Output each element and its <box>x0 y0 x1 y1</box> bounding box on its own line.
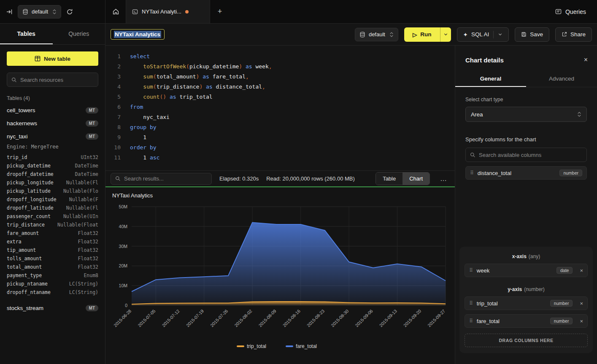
save-icon <box>521 32 527 37</box>
column-type: Nullable(Float <box>57 221 98 228</box>
column-row[interactable]: tip_amountFloat32 <box>0 246 105 254</box>
column-row[interactable]: extraFloat32 <box>0 237 105 246</box>
y-axis-chip-fare-total[interactable]: ⠿ fare_total number × <box>465 314 588 328</box>
column-row[interactable]: tolls_amountFloat32 <box>0 254 105 263</box>
sidebar-tab-queries[interactable]: Queries <box>53 24 105 44</box>
table-row-cell-towers[interactable]: cell_towers MT <box>0 104 105 117</box>
tab-strip: NYTaxi Analyti... + <box>105 0 555 23</box>
tab-advanced[interactable]: Advanced <box>526 71 597 87</box>
column-row[interactable]: dropoff_datetimeDateTime <box>0 170 105 178</box>
columns-search-input[interactable] <box>479 152 582 158</box>
table-row-hackernews[interactable]: hackernews MT <box>0 117 105 130</box>
view-chart-button[interactable]: Chart <box>403 173 430 185</box>
run-options-button[interactable] <box>440 27 451 42</box>
database-selector[interactable]: default <box>18 5 61 19</box>
collapse-sidebar-icon[interactable] <box>6 8 13 15</box>
results-search-input[interactable] <box>124 175 207 182</box>
column-row[interactable]: total_amountFloat32 <box>0 263 105 271</box>
query-header: NYTaxi Analytics default ▷ Run <box>105 24 597 46</box>
column-row[interactable]: pickup_ntanameLC(String) <box>0 280 105 288</box>
run-button[interactable]: ▷ Run <box>404 27 440 42</box>
column-row[interactable]: trip_distanceNullable(Float <box>0 221 105 229</box>
column-type: Float32 <box>78 230 98 237</box>
search-icon <box>115 176 121 181</box>
column-type: LC(String) <box>69 289 98 296</box>
column-row[interactable]: pickup_datetimeDateTime <box>0 162 105 170</box>
database-selector-header[interactable]: default <box>355 28 398 41</box>
code-line: 9 1 <box>105 132 455 143</box>
chart-title: NYTaxi Analytics <box>112 192 455 201</box>
tab-general[interactable]: General <box>455 71 526 87</box>
sidebar-tab-tables[interactable]: Tables <box>0 24 53 44</box>
svg-text:trip_total: trip_total <box>247 343 266 349</box>
panel-title: Chart details <box>455 46 597 71</box>
y-axis-chip-trip-total[interactable]: ⠿ trip_total number × <box>465 297 588 310</box>
column-row[interactable]: passenger_countNullable(UIn <box>0 212 105 221</box>
queries-button[interactable]: Queries <box>555 8 586 15</box>
column-row[interactable]: dropoff_latitudeNullable(Fl <box>0 204 105 212</box>
divider <box>493 31 494 38</box>
code-line: 7 nyc_taxi <box>105 112 455 122</box>
search-icon <box>11 77 17 83</box>
sql-editor[interactable]: 1select2 toStartOfWeek(pickup_datetime) … <box>105 46 455 170</box>
x-axis-chip-week[interactable]: ⠿ week date × <box>465 264 588 277</box>
code-line: 5 count() as trip_total <box>105 92 455 102</box>
topbar-right: Queries <box>555 0 597 23</box>
table-list: cell_towers MT hackernews MT nyc_taxi MT… <box>0 104 105 364</box>
column-name: dropoff_datetime <box>7 171 54 178</box>
code-line: 6from <box>105 102 455 112</box>
column-row[interactable]: dropoff_longitudeNullable(F <box>0 195 105 204</box>
tab-nytaxi-analytics[interactable]: NYTaxi Analyti... <box>126 0 210 23</box>
column-type: Float32 <box>78 264 98 270</box>
chevron-down-icon <box>498 32 502 37</box>
column-name: total_amount <box>7 264 42 270</box>
column-name: passenger_count <box>7 213 51 220</box>
close-icon[interactable]: × <box>584 57 588 63</box>
column-row[interactable]: pickup_latitudeNullable(Flo <box>0 187 105 195</box>
share-button[interactable]: Share <box>555 27 592 42</box>
chart-type-select[interactable]: Area <box>465 107 587 122</box>
svg-text:2015-07-12: 2015-07-12 <box>161 308 181 328</box>
home-icon[interactable] <box>105 0 126 23</box>
engine-badge: MT <box>86 107 98 113</box>
table-row-nyc-taxi[interactable]: nyc_taxi MT <box>0 130 105 143</box>
drop-zone[interactable]: DRAG COLUMNS HERE <box>465 334 588 347</box>
elapsed-time: Elapsed: 0.320s <box>219 175 259 182</box>
svg-text:2015-08-23: 2015-08-23 <box>306 308 326 328</box>
remove-icon[interactable]: × <box>580 268 583 273</box>
specify-columns-label: Specify columns for the chart <box>465 136 587 143</box>
column-row[interactable]: fare_amountFloat32 <box>0 229 105 237</box>
column-name: tolls_amount <box>7 255 42 262</box>
refresh-icon[interactable] <box>66 8 73 15</box>
table-row-stocks-stream[interactable]: stocks_stream MT <box>0 302 105 315</box>
column-type: LC(String) <box>69 280 98 287</box>
panel-tabs: General Advanced <box>455 71 597 87</box>
query-title-input[interactable]: NYTaxi Analytics <box>111 29 165 40</box>
column-row[interactable]: payment_typeEnum8 <box>0 271 105 280</box>
chart-type-value: Area <box>471 111 483 118</box>
sql-ai-button[interactable]: ✦ SQL AI <box>457 27 509 42</box>
view-table-button[interactable]: Table <box>376 173 403 185</box>
column-name: extra <box>7 238 22 245</box>
share-label: Share <box>570 31 586 38</box>
svg-text:0: 0 <box>125 303 127 308</box>
column-type: Nullable(Fl <box>66 205 98 211</box>
columns-search <box>465 148 587 162</box>
sidebar: Tables Queries New table Tables (4) cell… <box>0 24 105 364</box>
svg-text:30M: 30M <box>119 244 127 249</box>
save-button[interactable]: Save <box>515 27 549 42</box>
column-row[interactable]: trip_idUInt32 <box>0 153 105 162</box>
remove-icon[interactable]: × <box>580 301 583 306</box>
column-type: DateTime <box>75 162 98 169</box>
search-icon <box>470 152 475 158</box>
sidebar-search-input[interactable] <box>20 77 95 83</box>
column-chip-distance-total[interactable]: ⠿ distance_total number <box>465 166 587 180</box>
play-icon: ▷ <box>413 31 417 38</box>
column-row[interactable]: dropoff_ntanameLC(String) <box>0 288 105 297</box>
remove-icon[interactable]: × <box>580 318 583 324</box>
svg-text:2015-07-26: 2015-07-26 <box>209 308 229 328</box>
new-tab-button[interactable]: + <box>210 0 230 23</box>
more-options-icon[interactable]: … <box>438 175 450 183</box>
column-row[interactable]: pickup_longitudeNullable(Fl <box>0 178 105 187</box>
new-table-button[interactable]: New table <box>7 51 98 66</box>
